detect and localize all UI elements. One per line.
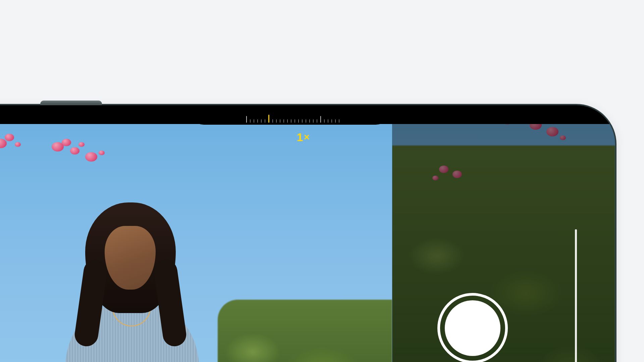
zoom-tick: [328, 119, 328, 123]
subject-person: [62, 202, 203, 362]
flower-cluster: [419, 112, 615, 213]
zoom-tick: [298, 119, 299, 123]
zoom-tick: [268, 115, 269, 123]
zoom-tick: [291, 119, 291, 123]
zoom-tick: [280, 119, 280, 123]
shutter-inner: [445, 300, 500, 356]
zoom-tick: [320, 116, 321, 123]
device-wrap: 1×: [0, 104, 634, 362]
zoom-tick: [313, 119, 314, 123]
zoom-tick: [261, 119, 262, 123]
zoom-tick: [306, 119, 306, 123]
shutter-button[interactable]: [437, 293, 508, 362]
camera-screen: 1×: [0, 105, 615, 362]
zoom-tick: [287, 119, 288, 123]
zoom-tick: [339, 119, 339, 123]
zoom-tick: [276, 119, 277, 123]
zoom-tick: [257, 119, 258, 123]
zoom-tick: [265, 119, 265, 123]
zoom-tick: [254, 119, 254, 123]
exposure-indicator[interactable]: [575, 229, 577, 362]
zoom-tick: [294, 119, 295, 123]
zoom-tick: [331, 119, 332, 123]
zoom-ruler[interactable]: [246, 105, 364, 123]
zoom-tick: [283, 119, 284, 123]
zoom-tick: [317, 119, 317, 123]
zoom-tick: [309, 119, 310, 123]
hedge: [218, 300, 392, 362]
zoom-tick: [302, 119, 303, 123]
zoom-tick: [246, 116, 247, 123]
zoom-tick: [335, 119, 336, 123]
viewfinder-main[interactable]: [0, 105, 392, 362]
zoom-tick: [250, 119, 251, 123]
zoom-tick: [324, 119, 325, 123]
iphone-frame: 1×: [0, 104, 616, 362]
zoom-tick: [272, 119, 273, 123]
